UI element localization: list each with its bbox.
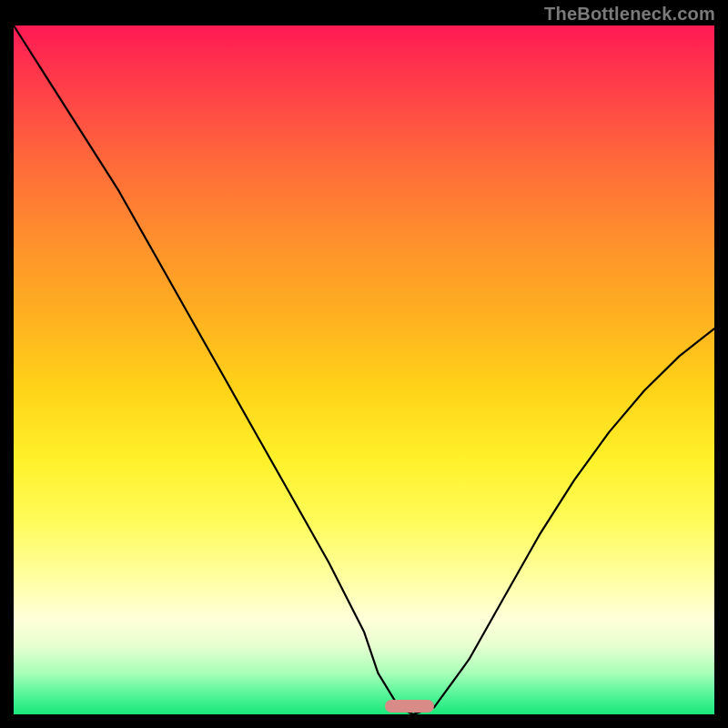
plot-area: [14, 25, 714, 714]
watermark-text: TheBottleneck.com: [544, 4, 715, 25]
bottleneck-curve: [14, 25, 714, 714]
curve-layer: [14, 25, 714, 714]
optimal-range-marker: [385, 700, 434, 713]
chart-frame: TheBottleneck.com: [0, 0, 728, 728]
